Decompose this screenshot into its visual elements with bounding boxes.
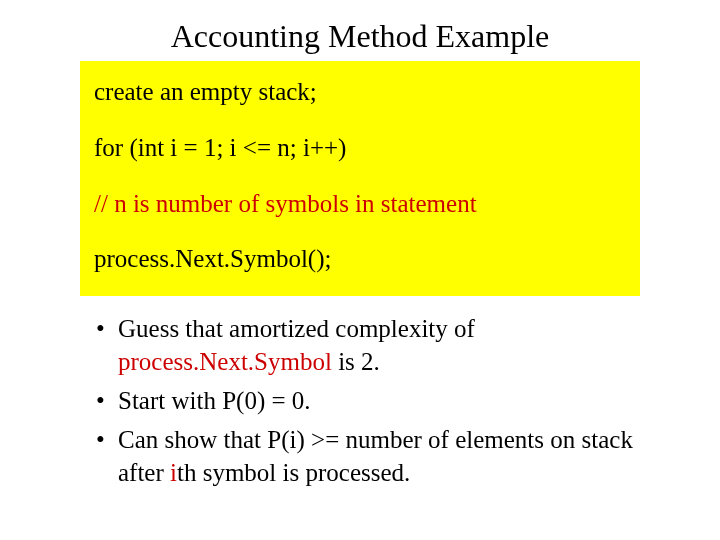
bullet-text: Start with P(0) = 0. — [118, 387, 311, 414]
blank-line — [94, 113, 626, 127]
code-line-4: process.Next.Symbol(); — [94, 242, 626, 276]
bullet-text: th symbol is processed. — [177, 459, 410, 486]
code-line-2: for (int i = 1; i <= n; i++) — [94, 131, 626, 165]
function-name-text: process.Next.Symbol — [118, 348, 332, 375]
bullet-text: Guess that amortized complexity of — [118, 315, 475, 342]
blank-line — [94, 169, 626, 183]
code-comment-line: // n is number of symbols in statement — [94, 187, 626, 221]
slide: Accounting Method Example create an empt… — [0, 18, 720, 540]
variable-i-text: i — [170, 459, 177, 486]
code-block: create an empty stack; for (int i = 1; i… — [80, 61, 640, 296]
bullet-list: Guess that amortized complexity of proce… — [96, 312, 640, 489]
bullet-text: is 2. — [332, 348, 380, 375]
code-line-1: create an empty stack; — [94, 75, 626, 109]
bullet-item-2: Start with P(0) = 0. — [96, 384, 640, 417]
bullet-item-3: Can show that P(i) >= number of elements… — [96, 423, 640, 489]
blank-line — [94, 224, 626, 238]
slide-title: Accounting Method Example — [0, 18, 720, 55]
bullet-item-1: Guess that amortized complexity of proce… — [96, 312, 640, 378]
